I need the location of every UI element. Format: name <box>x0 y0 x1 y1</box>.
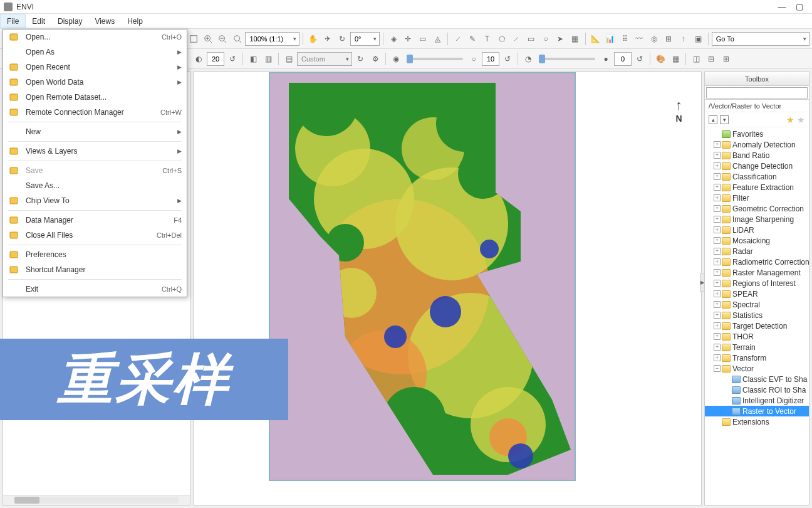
tree-node-anomaly-detection[interactable]: +Anomaly Detection <box>705 139 809 150</box>
view-grid-icon[interactable]: ⊞ <box>719 52 733 66</box>
grid-icon[interactable]: ⊞ <box>662 32 675 46</box>
minimize-button[interactable]: — <box>773 2 791 11</box>
expand-icon[interactable]: + <box>714 237 721 244</box>
tree-node-target-detection[interactable]: +Target Detection <box>705 320 809 331</box>
menu-help[interactable]: Help <box>121 14 149 28</box>
layer-scrollbar[interactable] <box>3 495 190 505</box>
menu-item-open-world-data[interactable]: Open World Data▶ <box>3 75 187 90</box>
classification-image[interactable] <box>269 72 576 481</box>
menu-display[interactable]: Display <box>51 14 88 28</box>
expand-icon[interactable]: + <box>714 344 721 351</box>
menu-item-new[interactable]: New▶ <box>3 124 187 139</box>
expand-icon[interactable]: + <box>714 152 721 159</box>
toolbox-search-input[interactable] <box>706 87 808 98</box>
text-icon[interactable]: T <box>481 32 494 46</box>
tree-node-change-detection[interactable]: +Change Detection <box>705 161 809 171</box>
tree-node-terrain[interactable]: +Terrain <box>705 342 809 352</box>
tree-node-lidar[interactable]: +LiDAR <box>705 225 809 235</box>
fly-icon[interactable]: ✈ <box>321 32 334 46</box>
pan-icon[interactable]: ✋ <box>306 32 320 46</box>
brightness-value[interactable]: 20 <box>207 52 224 66</box>
expand-icon[interactable]: + <box>714 141 721 148</box>
expand-icon[interactable]: − <box>714 365 721 372</box>
sharpen-icon[interactable]: ◉ <box>389 52 403 66</box>
polyline-icon[interactable]: ⟋ <box>510 32 523 46</box>
tree-node-mosaicking[interactable]: +Mosaicking <box>705 235 809 246</box>
tree-node-intelligent-digitizer[interactable]: Intelligent Digitizer <box>705 395 809 406</box>
expand-icon[interactable]: + <box>714 312 721 319</box>
menu-item-open-as[interactable]: Open As▶ <box>3 45 187 60</box>
collapse-all-icon[interactable]: ▴ <box>709 115 717 124</box>
menu-item-shortcut-manager[interactable]: Shortcut Manager <box>3 262 187 277</box>
tree-node-feature-extraction[interactable]: +Feature Extraction <box>705 182 809 193</box>
stretch-tool-icon[interactable]: ⚙ <box>368 52 382 66</box>
expand-icon[interactable]: + <box>714 322 721 329</box>
tree-node-classification[interactable]: +Classification <box>705 171 809 182</box>
contour-icon[interactable]: ◎ <box>647 32 660 46</box>
chip-icon[interactable]: ▣ <box>691 32 704 46</box>
tree-node-radiometric-correction[interactable]: +Radiometric Correction <box>705 257 809 267</box>
expand-icon[interactable]: + <box>714 162 721 169</box>
contrast-icon[interactable]: ◧ <box>246 52 260 66</box>
expand-icon[interactable]: + <box>714 354 721 361</box>
polygon-icon[interactable]: ⬠ <box>495 32 508 46</box>
expand-icon[interactable]: + <box>714 194 721 201</box>
expand-icon[interactable]: + <box>714 184 721 191</box>
scatter-icon[interactable]: ⠿ <box>618 32 631 46</box>
zoom-actual-icon[interactable] <box>231 32 244 46</box>
menu-item-save-as-[interactable]: Save As... <box>3 178 187 193</box>
zoom-in-icon[interactable] <box>201 32 214 46</box>
favorite-remove-icon[interactable]: ★ <box>797 115 805 125</box>
zoom-out-icon[interactable] <box>216 32 229 46</box>
rotate-combo[interactable]: 0° <box>350 32 380 46</box>
arrow-icon[interactable]: ➤ <box>554 32 567 46</box>
portal-icon[interactable]: ▦ <box>669 52 682 66</box>
crosshair-icon[interactable]: ✛ <box>402 32 415 46</box>
colormap-icon[interactable]: 🎨 <box>653 52 667 66</box>
vector-icon[interactable]: ⟋ <box>451 32 464 46</box>
stretch-icon[interactable]: ▥ <box>261 52 275 66</box>
menu-item-views-layers[interactable]: Views & Layers▶ <box>3 144 187 159</box>
tree-node-raster-to-vector[interactable]: Raster to Vector <box>705 406 809 416</box>
reset-brightness-icon[interactable]: ↺ <box>226 52 239 66</box>
tree-node-raster-management[interactable]: +Raster Management <box>705 267 809 278</box>
panel-collapse-handle[interactable]: ▶ <box>700 273 705 292</box>
roi-icon[interactable]: ◬ <box>431 32 444 46</box>
expand-icon[interactable]: + <box>714 258 721 265</box>
menu-item-open-recent[interactable]: Open Recent▶ <box>3 60 187 75</box>
menu-item-save[interactable]: SaveCtrl+S <box>3 163 187 178</box>
view-split-v-icon[interactable]: ⊟ <box>704 52 718 66</box>
transparency-value[interactable]: 0 <box>614 52 632 66</box>
view-split-h-icon[interactable]: ◫ <box>689 52 703 66</box>
tree-node-band-ratio[interactable]: +Band Ratio <box>705 150 809 161</box>
rotate-icon[interactable]: ↻ <box>336 32 349 46</box>
tree-node-spectral[interactable]: +Spectral <box>705 299 809 310</box>
zoom-fit-icon[interactable] <box>187 32 200 46</box>
tree-node-statistics[interactable]: +Statistics <box>705 310 809 320</box>
tree-node-classic-roi-to-sha[interactable]: Classic ROI to Sha <box>705 384 809 395</box>
tree-node-filter[interactable]: +Filter <box>705 193 809 203</box>
menu-item-preferences[interactable]: Preferences <box>3 247 187 262</box>
expand-icon[interactable]: + <box>714 301 721 308</box>
expand-icon[interactable]: + <box>714 333 721 340</box>
expand-icon[interactable]: + <box>714 248 721 255</box>
menu-views[interactable]: Views <box>88 14 121 28</box>
expand-icon[interactable]: + <box>714 216 721 223</box>
menu-item-exit[interactable]: ExitCtrl+Q <box>3 282 187 297</box>
tree-node-classic-evf-to-sha[interactable]: Classic EVF to Sha <box>705 374 809 384</box>
sharpen-slider[interactable] <box>407 58 463 60</box>
rect-icon[interactable]: ▭ <box>524 32 538 46</box>
tree-node-transform[interactable]: +Transform <box>705 352 809 363</box>
expand-all-icon[interactable]: ▾ <box>720 115 729 124</box>
menu-item-remote-connection-manager[interactable]: Remote Connection ManagerCtrl+W <box>3 105 187 120</box>
north-icon[interactable]: ↑ <box>677 32 690 46</box>
annotate-icon[interactable]: ✎ <box>466 32 479 46</box>
refresh-stretch-icon[interactable]: ↻ <box>353 52 367 66</box>
ellipse-icon[interactable]: ○ <box>539 32 552 46</box>
tree-node-regions-of-interest[interactable]: +Regions of Interest <box>705 278 809 288</box>
menu-item-open-[interactable]: Open...Ctrl+O <box>3 29 187 45</box>
tree-node-geometric-correction[interactable]: +Geometric Correction <box>705 203 809 214</box>
tree-node-spear[interactable]: +SPEAR <box>705 288 809 299</box>
cursor-value-icon[interactable]: ◈ <box>387 32 400 46</box>
tree-node-vector[interactable]: −Vector <box>705 363 809 374</box>
